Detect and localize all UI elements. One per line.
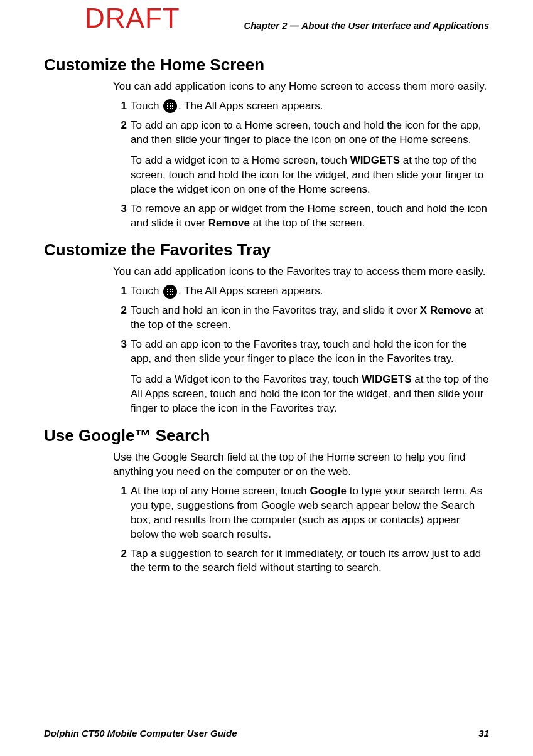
step-number: 2 xyxy=(113,119,127,197)
step-text: Touch . The All Apps screen appears. xyxy=(131,99,489,114)
page-footer: Dolphin CT50 Mobile Computer User Guide … xyxy=(44,728,489,738)
step-item: 3To remove an app or widget from the Hom… xyxy=(113,202,489,231)
step-text: To add an app icon to a Home screen, tou… xyxy=(131,119,489,147)
step-body: To remove an app or widget from the Home… xyxy=(131,202,489,231)
step-list: 1Touch . The All Apps screen appears.2To… xyxy=(113,284,489,416)
step-item: 1At the top of any Home screen, touch Go… xyxy=(113,484,489,542)
step-text-post: . The All Apps screen appears. xyxy=(178,285,323,297)
step-item: 2To add an app icon to a Home screen, to… xyxy=(113,119,489,197)
step-body: Touch . The All Apps screen appears. xyxy=(131,284,489,299)
step-text: To add an app icon to the Favorites tray… xyxy=(131,338,489,366)
step-item: 2Tap a suggestion to search for it immed… xyxy=(113,547,489,576)
step-number: 1 xyxy=(113,284,127,299)
step-body: To add an app icon to a Home screen, tou… xyxy=(131,119,489,197)
section-heading: Use Google™ Search xyxy=(44,426,489,445)
step-number: 2 xyxy=(113,547,127,576)
step-text-pre: Touch xyxy=(131,100,162,112)
bold-text: Google xyxy=(310,485,347,497)
section-intro: You can add application icons to the Fav… xyxy=(113,265,489,279)
step-text: Tap a suggestion to search for it immedi… xyxy=(131,547,489,576)
step-body: Touch . The All Apps screen appears. xyxy=(131,99,489,114)
all-apps-icon xyxy=(163,99,177,113)
step-text-post: . The All Apps screen appears. xyxy=(178,100,323,112)
section-intro: You can add application icons to any Hom… xyxy=(113,80,489,94)
section-intro: Use the Google Search field at the top o… xyxy=(113,450,489,479)
footer-page-number: 31 xyxy=(478,728,489,738)
step-number: 3 xyxy=(113,338,127,416)
step-number: 3 xyxy=(113,202,127,231)
step-number: 2 xyxy=(113,304,127,333)
step-body: To add an app icon to the Favorites tray… xyxy=(131,338,489,416)
step-item: 2Touch and hold an icon in the Favorites… xyxy=(113,304,489,333)
step-list: 1At the top of any Home screen, touch Go… xyxy=(113,484,489,576)
step-body: Tap a suggestion to search for it immedi… xyxy=(131,547,489,576)
page-content: Customize the Home ScreenYou can add app… xyxy=(44,45,489,580)
all-apps-icon xyxy=(163,285,177,299)
step-body: At the top of any Home screen, touch Goo… xyxy=(131,484,489,542)
step-item: 1Touch . The All Apps screen appears. xyxy=(113,284,489,299)
step-text-pre: Touch xyxy=(131,285,162,297)
step-text: Touch and hold an icon in the Favorites … xyxy=(131,304,489,333)
step-subparagraph: To add a Widget icon to the Favorites tr… xyxy=(131,373,489,416)
step-body: Touch and hold an icon in the Favorites … xyxy=(131,304,489,333)
step-item: 3To add an app icon to the Favorites tra… xyxy=(113,338,489,416)
step-subparagraph: To add a widget icon to a Home screen, t… xyxy=(131,154,489,197)
draft-watermark: DRAFT xyxy=(85,3,180,34)
section-heading: Customize the Home Screen xyxy=(44,55,489,75)
step-text: Touch . The All Apps screen appears. xyxy=(131,284,489,299)
step-list: 1Touch . The All Apps screen appears.2To… xyxy=(113,99,489,231)
step-text: To remove an app or widget from the Home… xyxy=(131,202,489,231)
bold-text: X Remove xyxy=(420,304,471,316)
section-heading: Customize the Favorites Tray xyxy=(44,240,489,260)
step-number: 1 xyxy=(113,99,127,114)
bold-text: Remove xyxy=(208,217,250,229)
step-number: 1 xyxy=(113,484,127,542)
bold-text: WIDGETS xyxy=(350,154,400,166)
step-text: At the top of any Home screen, touch Goo… xyxy=(131,484,489,542)
bold-text: WIDGETS xyxy=(362,373,411,385)
chapter-header: Chapter 2 — About the User Interface and… xyxy=(244,20,489,31)
footer-guide-title: Dolphin CT50 Mobile Computer User Guide xyxy=(44,728,237,738)
step-item: 1Touch . The All Apps screen appears. xyxy=(113,99,489,114)
